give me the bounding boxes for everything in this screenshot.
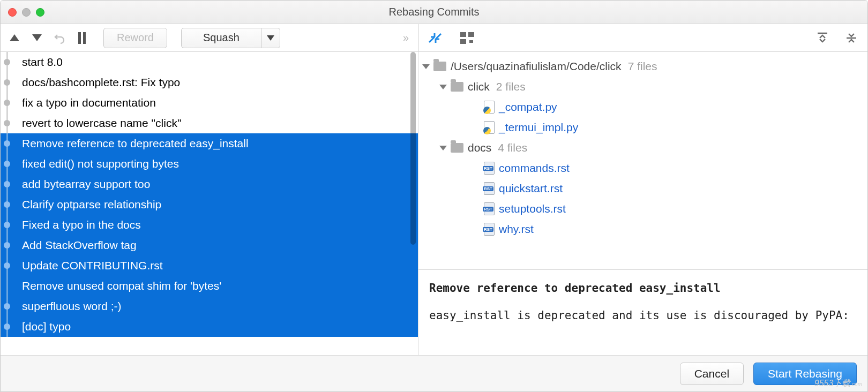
squash-button-group: Squash	[181, 28, 280, 48]
commit-row[interactable]: Remove unused compat shim for 'bytes'	[1, 276, 418, 296]
commit-message: start 8.0	[22, 56, 63, 69]
commit-dot-icon	[4, 222, 10, 228]
commit-row[interactable]: superfluous word ;-)	[1, 296, 418, 316]
commit-preview: Remove reference to deprecated easy_inst…	[418, 269, 867, 355]
commit-row[interactable]: revert to lowercase name "click"	[1, 113, 418, 133]
tree-file-name: why.rst	[499, 223, 534, 236]
scrollbar-thumb[interactable]	[410, 52, 416, 245]
tree-count: 2 files	[496, 80, 526, 93]
footer: Cancel Start Rebasing 9553下载.com	[1, 355, 867, 391]
commit-dot-icon	[4, 59, 10, 65]
tree-row[interactable]: _compat.py	[422, 97, 862, 117]
tree-file-name: commands.rst	[499, 162, 570, 175]
commit-row[interactable]: add bytearray support too	[1, 174, 418, 194]
tree-row[interactable]: RSTcommands.rst	[422, 158, 862, 178]
tree-folder-name: docs	[468, 141, 491, 154]
chevron-down-icon[interactable]	[439, 146, 447, 150]
undo-button[interactable]	[50, 28, 69, 48]
commit-dot-icon	[4, 303, 10, 310]
close-window-button[interactable]	[8, 8, 17, 17]
commit-row[interactable]: Add StackOverflow tag	[1, 235, 418, 255]
commit-row[interactable]: Remove reference to deprecated easy_inst…	[1, 133, 418, 154]
toolbar: Reword Squash »	[1, 24, 867, 52]
rst-file-icon: RST	[484, 182, 495, 195]
cancel-button[interactable]: Cancel	[680, 363, 744, 385]
maximize-window-button[interactable]	[36, 8, 44, 17]
tree-file-name: _compat.py	[499, 101, 557, 114]
main-split: start 8.0docs/bashcomplete.rst: Fix typo…	[1, 52, 867, 355]
commit-message: [doc] typo	[22, 320, 71, 333]
squash-dropdown[interactable]	[261, 28, 280, 48]
commit-row[interactable]: start 8.0	[1, 52, 418, 72]
tree-row[interactable]: RSTsetuptools.rst	[422, 199, 862, 219]
folder-icon	[451, 82, 463, 92]
traffic-lights	[1, 8, 52, 17]
py-file-icon	[484, 121, 495, 134]
folder-icon	[433, 62, 446, 71]
commit-row[interactable]: [doc] typo	[1, 316, 418, 337]
tree-count: 4 files	[498, 141, 527, 154]
svg-rect-2	[460, 39, 466, 44]
tree-row[interactable]: RSTwhy.rst	[422, 219, 862, 239]
commit-row[interactable]: Fixed a typo in the docs	[1, 215, 418, 235]
file-tree[interactable]: /Users/quazinafiulislam/Code/click7 file…	[418, 52, 867, 269]
commit-row[interactable]: Clarify optparse relationship	[1, 194, 418, 215]
commit-row[interactable]: fix a typo in documentation	[1, 93, 418, 113]
commit-message: Clarify optparse relationship	[22, 198, 161, 211]
move-up-button[interactable]	[5, 28, 24, 48]
folder-icon	[451, 143, 463, 153]
rst-file-icon: RST	[484, 223, 495, 236]
tree-row[interactable]: RSTquickstart.rst	[422, 178, 862, 199]
preview-title: Remove reference to deprecated easy_inst…	[429, 280, 857, 297]
commit-dot-icon	[4, 323, 10, 330]
commit-list-pane: start 8.0docs/bashcomplete.rst: Fix typo…	[1, 52, 418, 355]
expand-all-button[interactable]	[813, 28, 832, 48]
title-bar: Rebasing Commits	[1, 1, 867, 24]
tree-file-name: quickstart.rst	[499, 182, 563, 195]
move-down-button[interactable]	[27, 28, 47, 48]
more-actions-icon[interactable]: »	[403, 32, 414, 44]
tree-count: 7 files	[628, 60, 657, 73]
chevron-down-icon	[267, 35, 274, 41]
commit-row[interactable]: fixed edit() not supporting bytes	[1, 154, 418, 174]
commit-list[interactable]: start 8.0docs/bashcomplete.rst: Fix typo…	[1, 52, 418, 355]
toolbar-right	[419, 24, 867, 51]
svg-rect-1	[468, 32, 474, 37]
commit-dot-icon	[4, 79, 10, 86]
commit-dot-icon	[4, 242, 10, 248]
tree-row[interactable]: /Users/quazinafiulislam/Code/click7 file…	[422, 56, 862, 77]
collapse-unchanged-button[interactable]	[425, 28, 445, 48]
svg-rect-3	[469, 40, 473, 43]
toolbar-left: Reword Squash »	[1, 24, 418, 51]
group-by-button[interactable]	[458, 28, 477, 48]
commit-dot-icon	[4, 140, 10, 147]
commit-dot-icon	[4, 161, 10, 167]
tree-file-name: setuptools.rst	[499, 202, 566, 215]
scrollbar[interactable]	[409, 52, 417, 355]
squash-button[interactable]: Squash	[181, 28, 261, 48]
pause-button[interactable]	[72, 28, 92, 48]
commit-row[interactable]: Update CONTRIBUTING.rst	[1, 255, 418, 276]
commit-message: Remove reference to deprecated easy_inst…	[22, 137, 249, 150]
commit-scroll: start 8.0docs/bashcomplete.rst: Fix typo…	[1, 52, 418, 355]
commit-dot-icon	[4, 181, 10, 187]
chevron-down-icon[interactable]	[439, 85, 447, 89]
right-pane: /Users/quazinafiulislam/Code/click7 file…	[418, 52, 867, 355]
commit-message: Update CONTRIBUTING.rst	[22, 259, 163, 272]
tree-row[interactable]: _termui_impl.py	[422, 117, 862, 138]
commit-message: revert to lowercase name "click"	[22, 117, 181, 130]
svg-rect-0	[460, 32, 466, 37]
tree-row[interactable]: docs4 files	[422, 138, 862, 158]
watermark: 9553下载.com	[814, 378, 862, 389]
commit-row[interactable]: docs/bashcomplete.rst: Fix typo	[1, 72, 418, 93]
collapse-all-button[interactable]	[842, 28, 861, 48]
commit-message: add bytearray support too	[22, 178, 150, 191]
reword-button[interactable]: Reword	[103, 28, 167, 48]
tree-row[interactable]: click2 files	[422, 77, 862, 97]
py-file-icon	[484, 101, 495, 114]
minimize-window-button[interactable]	[22, 8, 31, 17]
chevron-down-icon[interactable]	[422, 64, 430, 69]
commit-dot-icon	[4, 100, 10, 106]
tree-folder-name: click	[468, 80, 490, 93]
commit-message: fix a typo in documentation	[22, 96, 156, 109]
